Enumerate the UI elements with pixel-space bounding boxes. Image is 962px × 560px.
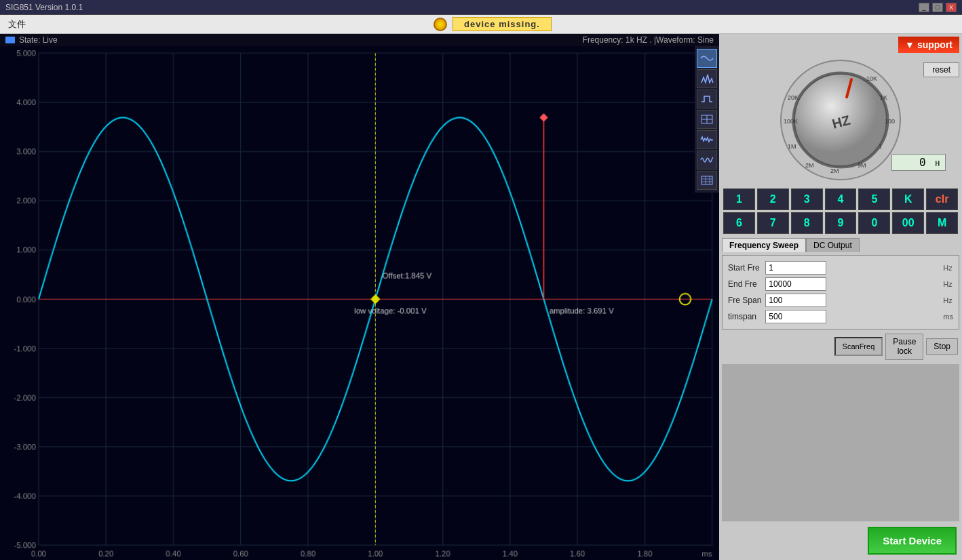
num-0-btn[interactable]: 0: [858, 212, 890, 234]
freq-sweep-panel: Start Fre Hz End Fre Hz Fre Span Hz tims…: [722, 255, 959, 329]
status-text: device missing.: [453, 17, 552, 31]
waveform-btn[interactable]: [697, 49, 717, 68]
spectrum-btn[interactable]: [697, 69, 717, 88]
hz-unit: H: [935, 159, 940, 168]
support-row: ▼ support: [722, 37, 959, 53]
menu-file[interactable]: 文件: [5, 18, 28, 31]
freq-waveform-label: Frequency: 1k HZ . |Waveform: Sine: [583, 35, 714, 45]
oscilloscope-panel: State: Live Frequency: 1k HZ . |Waveform…: [0, 34, 719, 560]
num-4-btn[interactable]: 4: [825, 188, 857, 210]
num-5-btn[interactable]: 5: [858, 188, 890, 210]
hz-value: 0: [919, 156, 926, 169]
reset-button[interactable]: reset: [923, 62, 959, 77]
num-8-btn[interactable]: 8: [791, 212, 823, 234]
start-device-button[interactable]: Start Device: [868, 527, 957, 555]
numpad: 1 2 3 4 5 K clr 6 7 8 9 0 00 M: [722, 187, 959, 235]
frequency-knob[interactable]: HZ 10K 1K 100 1 9M 2M 2M 1M 100K 20K: [780, 59, 902, 181]
svg-text:20K: 20K: [788, 94, 799, 101]
support-arrow-icon: ▼: [905, 39, 915, 50]
pause-lock-btn[interactable]: Pause lock: [885, 334, 923, 360]
knob-container[interactable]: HZ 10K 1K 100 1 9M 2M 2M 1M 100K 20K: [780, 59, 902, 181]
status-bar: device missing.: [434, 17, 552, 31]
close-btn[interactable]: X: [946, 3, 957, 12]
svg-text:100K: 100K: [784, 118, 798, 125]
knob-area: HZ 10K 1K 100 1 9M 2M 2M 1M 100K 20K res…: [722, 56, 959, 184]
minimize-btn[interactable]: _: [919, 3, 929, 12]
tab-dc-output[interactable]: DC Output: [806, 238, 860, 252]
action-row: ScanFreq Pause lock Stop: [722, 332, 959, 361]
end-fre-unit: Hz: [943, 280, 953, 288]
app-title: SIG851 Version 1.0.1: [5, 3, 83, 12]
osc-header: State: Live Frequency: 1k HZ . |Waveform…: [0, 34, 719, 46]
timspan-input[interactable]: [765, 310, 826, 323]
num-m-btn[interactable]: M: [926, 212, 958, 234]
support-button[interactable]: ▼ support: [898, 37, 959, 53]
noise-btn[interactable]: [697, 130, 717, 149]
num-k-btn[interactable]: K: [892, 188, 924, 210]
window-controls[interactable]: _ □ X: [919, 3, 957, 12]
state-label: State: Live: [19, 35, 58, 45]
svg-text:9M: 9M: [858, 162, 866, 169]
main-content: State: Live Frequency: 1k HZ . |Waveform…: [0, 34, 962, 560]
fre-span-unit: Hz: [943, 296, 953, 304]
channel-indicator: [5, 37, 15, 43]
osc-canvas-container[interactable]: [0, 46, 719, 560]
menubar: 文件 device missing.: [0, 15, 962, 34]
num-2-btn[interactable]: 2: [757, 188, 789, 210]
status-indicator-icon: [434, 18, 447, 31]
timspan-label: timspan: [728, 312, 761, 321]
num-00-btn[interactable]: 00: [892, 212, 924, 234]
tabs: Frequency Sweep DC Output: [722, 238, 959, 252]
svg-text:100: 100: [885, 118, 895, 125]
start-fre-input[interactable]: [765, 261, 826, 275]
grid-btn[interactable]: [697, 171, 717, 190]
svg-text:1K: 1K: [880, 94, 887, 101]
svg-text:1M: 1M: [788, 143, 796, 150]
num-9-btn[interactable]: 9: [825, 212, 857, 234]
svg-text:2M: 2M: [830, 167, 839, 174]
svg-text:2M: 2M: [805, 162, 814, 169]
svg-text:10K: 10K: [866, 75, 877, 82]
num-6-btn[interactable]: 6: [723, 212, 755, 234]
stop-btn[interactable]: Stop: [926, 338, 958, 355]
tab-freq-sweep[interactable]: Frequency Sweep: [722, 238, 806, 252]
toolbar-strip: [695, 46, 719, 193]
support-label: support: [917, 39, 953, 50]
right-panel: ▼ support: [719, 34, 962, 560]
pulse-btn[interactable]: [697, 89, 717, 108]
num-7-btn[interactable]: 7: [757, 212, 789, 234]
maximize-btn[interactable]: □: [932, 3, 943, 12]
measure-btn[interactable]: [697, 110, 717, 129]
svg-rect-3: [701, 176, 712, 184]
end-fre-label: End Fre: [728, 279, 761, 289]
hz-display: 0 H: [891, 154, 946, 171]
bottom-row: Start Device: [722, 524, 959, 557]
start-fre-label: Start Fre: [728, 263, 761, 273]
num-1-btn[interactable]: 1: [723, 188, 755, 210]
fre-span-label: Fre Span: [728, 296, 761, 305]
right-bottom-spacer: [722, 364, 959, 521]
oscilloscope-canvas[interactable]: [0, 46, 719, 560]
num-3-btn[interactable]: 3: [791, 188, 823, 210]
end-fre-input[interactable]: [765, 277, 826, 291]
scan-freq-btn[interactable]: ScanFreq: [834, 337, 883, 356]
start-fre-unit: Hz: [943, 264, 953, 272]
timspan-unit: ms: [943, 313, 953, 321]
num-clr-btn[interactable]: clr: [926, 188, 958, 210]
fre-span-input[interactable]: [765, 294, 826, 307]
titlebar: SIG851 Version 1.0.1 _ □ X: [0, 0, 962, 15]
svg-text:1: 1: [879, 143, 882, 150]
sine2-btn[interactable]: [697, 151, 717, 169]
